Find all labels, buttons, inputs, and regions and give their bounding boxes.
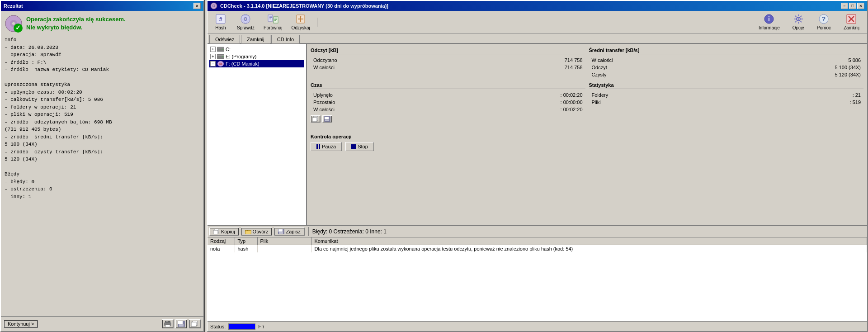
stop-icon: [351, 144, 356, 149]
status-path: F:\: [258, 324, 264, 329]
odczyt-title: Odczyt [kB]: [311, 47, 585, 54]
czas-copy-btn[interactable]: [311, 115, 321, 123]
hash-label: Hash: [215, 25, 226, 30]
bottom-toolbar-separator: [308, 227, 309, 236]
rezultat-close-btn[interactable]: ×: [193, 3, 201, 9]
transfer-odczyt-value: 5 100 (34X): [715, 64, 863, 71]
save-footer-button[interactable]: [175, 319, 187, 328]
zamknij-button[interactable]: Zamknij: [838, 12, 865, 32]
svg-rect-52: [325, 119, 329, 121]
tree-expand-f[interactable]: −: [210, 61, 216, 66]
tree-item-e[interactable]: + E: (Programy): [209, 53, 304, 60]
zamknij-label: Zamknij: [844, 25, 859, 30]
tab-zamknij[interactable]: Zamknij: [241, 35, 270, 43]
transfer-w-calosci-label: W całości: [590, 57, 714, 63]
otworz-label: Otwórz: [253, 229, 269, 234]
tree-item-c[interactable]: + C:: [209, 46, 304, 53]
odczytano-value: 714 758: [464, 57, 584, 63]
col-plik: Plik: [257, 237, 311, 245]
svg-rect-7: [165, 325, 170, 327]
transfer-odczyt-row: Odczyt 5 100 (34X): [590, 64, 863, 71]
zapisz-bottom-button[interactable]: Zapisz: [274, 228, 304, 236]
odzyskaj-icon: [295, 14, 306, 24]
copy-footer-button[interactable]: [189, 319, 201, 328]
svg-rect-8: [166, 322, 168, 322]
svg-rect-24: [269, 17, 272, 18]
porownaj-icon: [268, 14, 278, 24]
svg-point-16: [213, 5, 215, 7]
cdcheck-max-btn[interactable]: □: [849, 3, 856, 9]
cdcheck-min-btn[interactable]: −: [841, 3, 848, 9]
otworz-button[interactable]: Otwórz: [241, 228, 273, 236]
cdcheck-app-icon: [210, 2, 217, 9]
svg-text:#: #: [219, 16, 222, 23]
tab-odswiez[interactable]: Odśwież: [209, 35, 240, 43]
app-container: Rezultat × ✓ Operacja zakończyła się suk…: [0, 0, 868, 332]
status-label: Status:: [210, 324, 226, 329]
kopiuj-button[interactable]: Kopiuj: [209, 228, 239, 236]
col-rodzaj: Rodzaj: [208, 237, 235, 245]
col-typ: Typ: [235, 237, 257, 245]
cell-plik: [257, 245, 311, 253]
table-row: nota hash Dla co najmniej jednego pliku …: [208, 245, 867, 253]
odczyt-section: Odczyt [kB] Odczytano 714 758 W całości …: [311, 47, 585, 79]
status-bar: Status: F:\: [208, 321, 867, 331]
log-table-header: Rodzaj Typ Plik Komunikat: [208, 237, 867, 245]
zapisz-icon: [278, 229, 284, 234]
czas-table: Upłynęło : 00:02:20 Pozostało : 00:00:00…: [311, 91, 585, 114]
footer-icons: [162, 319, 201, 328]
pliki-value: : 519: [748, 99, 863, 105]
otworz-icon: [245, 229, 251, 234]
informacje-icon: i: [764, 14, 774, 24]
transfer-title: Średni transfer [kB/s]: [589, 47, 864, 54]
tab-bar: Odśwież Zamknij CD Info: [208, 33, 867, 44]
foldery-label: Foldery: [590, 92, 747, 98]
svg-rect-58: [278, 229, 283, 232]
hash-button[interactable]: # Hash: [209, 12, 232, 32]
pomoc-label: Pomoc: [817, 25, 831, 30]
informacje-button[interactable]: i Informacje: [753, 12, 786, 32]
bottom-area: Kopiuj Otwórz Zapisz: [208, 225, 867, 331]
svg-point-40: [222, 49, 224, 50]
tree-expand-e[interactable]: +: [210, 54, 216, 59]
tab-cd-info[interactable]: CD Info: [271, 35, 300, 43]
stop-button[interactable]: Stop: [345, 142, 374, 151]
porownaj-button[interactable]: Porównaj: [259, 12, 287, 32]
odczytano-label: Odczytano: [311, 57, 463, 63]
tree-expand-c[interactable]: +: [210, 47, 216, 52]
w-calosci-odczyt-label: W całości: [311, 64, 463, 71]
svg-rect-49: [312, 118, 317, 122]
rezultat-body: ✓ Operacja zakończyła się sukcesem. Nie …: [1, 11, 203, 316]
porownaj-label: Porównaj: [264, 25, 283, 30]
odczyt-table: Odczytano 714 758 W całości 714 758: [311, 56, 585, 71]
svg-point-43: [222, 56, 224, 57]
rezultat-title-bar: Rezultat ×: [1, 1, 203, 11]
rezultat-footer: Kontynuuj >: [1, 316, 203, 331]
odczytano-row: Odczytano 714 758: [311, 57, 585, 63]
copy-small-icon: [312, 116, 319, 122]
opcje-icon: [793, 14, 804, 24]
cdcheck-close-btn[interactable]: ×: [857, 3, 864, 9]
cell-komunikat: Dla co najmniej jednego pliku została wy…: [311, 245, 867, 253]
svg-text:✓: ✓: [15, 24, 21, 31]
czas-save-btn[interactable]: [322, 115, 332, 123]
pozostalo-row: Pozostało : 00:00:00: [311, 99, 585, 105]
log-table: Rodzaj Typ Plik Komunikat nota hash Dla …: [208, 237, 867, 252]
continue-button[interactable]: Kontynuuj >: [4, 320, 38, 328]
w-calosci-odczyt-row: W całości 714 758: [311, 64, 585, 71]
opcje-button[interactable]: Opcje: [787, 12, 810, 32]
pauza-button[interactable]: Pauza: [311, 142, 342, 151]
print-button[interactable]: [162, 319, 174, 328]
odzyskaj-button[interactable]: Odzyskaj: [288, 12, 314, 32]
svg-point-21: [245, 18, 246, 20]
foldery-value: : 21: [748, 92, 863, 98]
w-calosci-odczyt-value: 714 758: [464, 64, 584, 71]
statystyka-table: Foldery : 21 Pliki : 519: [589, 91, 864, 106]
sprawdz-button[interactable]: Sprawdź: [233, 12, 259, 32]
statystyka-section: Statystyka Foldery : 21 Pliki : 519: [589, 82, 864, 123]
svg-rect-51: [325, 117, 329, 119]
czas-w-calosci-value: : 00:02:20: [448, 106, 584, 113]
tree-item-f[interactable]: − HL F: (CD Maniak): [209, 60, 304, 67]
svg-rect-39: [217, 47, 224, 48]
pomoc-button[interactable]: ? Pomoc: [811, 12, 837, 32]
